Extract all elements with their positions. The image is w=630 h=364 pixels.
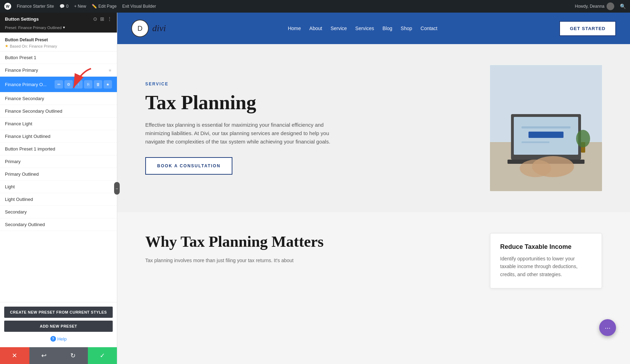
hero-description: Effective tax planning is essential for …: [145, 121, 341, 146]
admin-bar-new[interactable]: + New: [74, 4, 86, 9]
hero-image: [490, 65, 602, 191]
preset-item-14[interactable]: Secondary Outlined: [0, 218, 117, 231]
preset-item-1[interactable]: Button Preset 1: [0, 51, 117, 64]
svg-rect-6: [522, 126, 570, 128]
avatar: [607, 2, 614, 10]
nav-service[interactable]: Service: [330, 26, 347, 31]
preset-item-name: Finance Secondary Outlined: [5, 108, 112, 114]
nav-cta-button[interactable]: GET STARTED: [559, 21, 616, 36]
undo-button[interactable]: ↩: [29, 347, 59, 364]
preset-item-3-active[interactable]: Finance Primary O... ✏ ⚙ ↑ ⎘ 🗑 ★: [0, 77, 117, 92]
preset-item-name: Button Preset 1: [5, 55, 112, 60]
preset-item-name: Secondary Outlined: [5, 222, 112, 227]
howdy-text: Howdy, Deanna: [575, 4, 605, 9]
preset-item-11[interactable]: Light: [0, 181, 117, 193]
site-nav: D divi Home About Service Services Blog …: [117, 13, 630, 44]
main-area: Button Settings ⊙ ⊞ ⋮ Preset: Finance Pr…: [0, 13, 630, 364]
help-label: Help: [57, 336, 67, 342]
logo-text: divi: [152, 23, 166, 34]
edit-btn[interactable]: ✏: [55, 80, 63, 89]
default-preset-based-text: Based On: Finance Primary: [10, 44, 57, 48]
hero-image-svg: [490, 65, 602, 191]
hero-cta-button[interactable]: BOOK A CONSULTATION: [145, 157, 232, 175]
preset-item-8[interactable]: Button Preset 1 imported: [0, 143, 117, 155]
fab-button[interactable]: ···: [599, 319, 616, 336]
new-label: + New: [74, 4, 86, 9]
preset-item-name: Finance Primary O...: [5, 82, 55, 87]
preset-item-2[interactable]: Finance Primary ★: [0, 64, 117, 77]
edit-icon: ✏️: [92, 4, 97, 9]
panel-footer: ✕ ↩ ↻ ✓: [0, 347, 117, 364]
admin-user: Howdy, Deanna: [575, 2, 615, 10]
panel-header: Button Settings ⊙ ⊞ ⋮: [0, 13, 117, 25]
preset-item-name: Light: [5, 184, 112, 189]
default-preset-title: Button Default Preset: [5, 37, 112, 42]
preset-item-name: Button Preset 1 imported: [5, 146, 112, 152]
admin-search-icon[interactable]: 🔍: [620, 4, 626, 9]
exit-builder-label: Exit Visual Builder: [122, 4, 156, 9]
default-preset-section: Button Default Preset ★ Based On: Financ…: [0, 33, 117, 51]
preset-item-9[interactable]: Primary: [0, 155, 117, 168]
why-description: Tax planning involves more than just fil…: [145, 257, 469, 264]
chevron-down-icon[interactable]: ▾: [63, 25, 65, 30]
nav-about[interactable]: About: [309, 26, 322, 31]
cancel-button[interactable]: ✕: [0, 347, 29, 364]
logo-letter: D: [138, 24, 142, 33]
upload-btn[interactable]: ↑: [74, 80, 83, 89]
more-icon[interactable]: ⋮: [107, 16, 112, 22]
preset-item-13[interactable]: Secondary: [0, 206, 117, 218]
preset-item-name: Finance Secondary: [5, 96, 112, 101]
add-preset-button[interactable]: ADD NEW PRESET: [4, 321, 113, 332]
admin-bar-comments[interactable]: 💬 0: [59, 4, 69, 9]
preset-item-12[interactable]: Light Outlined: [0, 193, 117, 206]
preset-item-7[interactable]: Finance Light Outlined: [0, 130, 117, 143]
create-preset-button[interactable]: CREATE NEW PRESET FROM CURRENT STYLES: [4, 307, 113, 318]
grid-icon[interactable]: ⊞: [100, 16, 104, 22]
preset-item-name: Secondary: [5, 209, 112, 215]
nav-blog[interactable]: Blog: [383, 26, 392, 31]
search-icon[interactable]: ⊙: [93, 16, 97, 22]
left-panel: Button Settings ⊙ ⊞ ⋮ Preset: Finance Pr…: [0, 13, 117, 364]
nav-links: Home About Service Services Blog Shop Co…: [288, 26, 437, 31]
svg-point-10: [520, 160, 551, 177]
preset-item-4[interactable]: Finance Secondary: [0, 92, 117, 105]
svg-rect-7: [522, 141, 550, 143]
admin-bar-exit-builder[interactable]: Exit Visual Builder: [122, 4, 156, 9]
hero-section: SERVICE Tax Planning Effective tax plann…: [117, 44, 630, 212]
preset-item-5[interactable]: Finance Secondary Outlined: [0, 105, 117, 118]
why-card-title: Reduce Taxable Income: [500, 243, 592, 251]
preset-item-6[interactable]: Finance Light: [0, 118, 117, 130]
help-link[interactable]: ? Help: [4, 335, 113, 343]
admin-bar-edit[interactable]: ✏️ Edit Page: [92, 4, 117, 9]
copy-btn[interactable]: ⎘: [84, 80, 92, 89]
panel-header-icons: ⊙ ⊞ ⋮: [93, 16, 112, 22]
preset-item-name: Primary Outlined: [5, 172, 112, 177]
star-icon: ★: [108, 68, 112, 73]
preset-item-name: Finance Light Outlined: [5, 134, 112, 139]
logo-circle: D: [131, 20, 149, 37]
presets-list[interactable]: Button Default Preset ★ Based On: Financ…: [0, 33, 117, 302]
wordpress-icon[interactable]: W: [4, 3, 11, 10]
redo-button[interactable]: ↻: [58, 347, 88, 364]
preset-item-10[interactable]: Primary Outlined: [0, 168, 117, 181]
settings-btn[interactable]: ⚙: [64, 80, 73, 89]
nav-home[interactable]: Home: [288, 26, 301, 31]
nav-services[interactable]: Services: [355, 26, 374, 31]
right-content: D divi Home About Service Services Blog …: [117, 13, 630, 364]
preset-item-toolbar: ✏ ⚙ ↑ ⎘ 🗑 ★: [55, 80, 112, 89]
preset-subtitle-text: Preset: Finance Primary Outlined: [5, 26, 62, 30]
default-preset-based: ★ Based On: Finance Primary: [5, 44, 112, 48]
save-button[interactable]: ✓: [88, 347, 117, 364]
why-section: Why Tax Planning Matters Tax planning in…: [117, 212, 630, 309]
admin-bar-site[interactable]: Finance Starter Site: [17, 4, 54, 9]
nav-shop[interactable]: Shop: [401, 26, 412, 31]
star-btn[interactable]: ★: [104, 80, 112, 89]
nav-contact[interactable]: Contact: [421, 26, 438, 31]
panel-title: Button Settings: [5, 16, 39, 22]
delete-btn[interactable]: 🗑: [94, 80, 102, 89]
preset-subtitle: Preset: Finance Primary Outlined ▾: [0, 25, 117, 33]
svg-rect-5: [528, 132, 564, 138]
resize-handle[interactable]: ↔: [114, 182, 120, 195]
hero-title: Tax Planning: [145, 92, 476, 114]
why-card-description: Identify opportunities to lower your tax…: [500, 255, 592, 278]
